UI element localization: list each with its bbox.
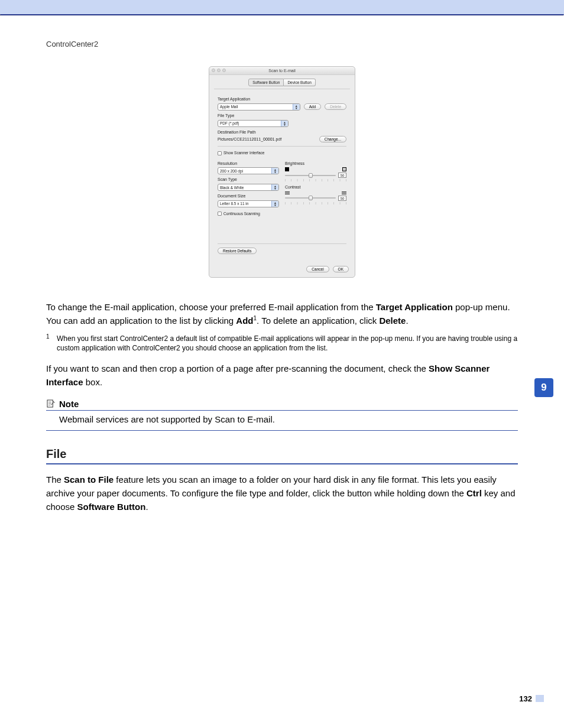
note-icon (46, 399, 56, 408)
tab-device-button[interactable]: Device Button (284, 79, 315, 86)
dest-path-label: Destination File Path (218, 129, 346, 135)
doc-size-value: Letter 8.5 x 11 in (220, 201, 248, 206)
change-button[interactable]: Change... (319, 136, 346, 142)
brightness-label: Brightness (285, 161, 346, 167)
paragraph-2: If you want to scan and then crop a port… (46, 362, 518, 389)
target-app-label: Target Application (218, 96, 346, 102)
brightness-slider[interactable]: 50 (285, 173, 346, 178)
page-number: 132 (519, 694, 532, 703)
top-rule (0, 14, 564, 16)
scan-type-select[interactable]: Black & White ▲▼ (218, 184, 279, 191)
brightness-value: 50 (338, 173, 346, 178)
resolution-select[interactable]: 200 x 200 dpi ▲▼ (218, 167, 279, 174)
target-app-select[interactable]: Apple Mail ▲▼ (218, 103, 300, 110)
file-type-select[interactable]: PDF (*.pdf) ▲▼ (218, 120, 289, 127)
show-scanner-label: Show Scanner Interface (223, 150, 264, 155)
resolution-label: Resolution (218, 161, 279, 167)
contrast-slider[interactable]: 50 (285, 196, 346, 201)
delete-button[interactable]: Delete (325, 103, 346, 110)
chevron-updown-icon: ▲▼ (271, 201, 278, 207)
chevron-updown-icon: ▲▼ (271, 168, 278, 174)
resolution-value: 200 x 200 dpi (220, 168, 243, 174)
page-number-bar (536, 695, 544, 702)
doc-size-label: Document Size (218, 193, 279, 199)
screenshot-container: Scan to E-mail Software Button Device Bu… (46, 66, 518, 278)
chevron-updown-icon: ▲▼ (293, 104, 300, 110)
top-band (0, 0, 564, 14)
contrast-value: 50 (338, 196, 346, 201)
note-label: Note (59, 399, 79, 409)
restore-defaults-button[interactable]: Restore Defaults (218, 248, 257, 254)
dest-path-value: Pictures/CCE21112011_00001.pdf (218, 136, 316, 142)
file-type-label: File Type (218, 113, 346, 119)
window-title: Scan to E-mail (268, 69, 296, 73)
file-heading: File (46, 447, 518, 464)
chevron-updown-icon: ▲▼ (281, 121, 288, 126)
note-body: Webmail services are not supported by Sc… (46, 411, 518, 431)
note-block: Note Webmail services are not supported … (46, 399, 518, 431)
checkbox-icon (218, 212, 222, 216)
scan-type-value: Black & White (220, 185, 244, 190)
contrast-label: Contrast (285, 184, 346, 190)
continuous-checkbox[interactable]: Continuous Scanning (218, 211, 279, 216)
chevron-updown-icon: ▲▼ (271, 184, 278, 190)
doc-size-select[interactable]: Letter 8.5 x 11 in ▲▼ (218, 200, 279, 207)
contrast-low-icon (285, 191, 290, 194)
continuous-label: Continuous Scanning (223, 211, 260, 216)
section-tab: 9 (534, 378, 553, 397)
cancel-button[interactable]: Cancel (306, 266, 329, 272)
tab-software-button[interactable]: Software Button (248, 79, 284, 86)
traffic-lights (212, 69, 226, 72)
footnote-1: 1 When you first start ControlCenter2 a … (46, 334, 518, 354)
mac-dialog: Scan to E-mail Software Button Device Bu… (209, 66, 355, 278)
checkbox-icon (218, 151, 222, 155)
brightness-low-icon (285, 167, 289, 171)
contrast-high-icon (342, 191, 346, 194)
paragraph-3: The Scan to File feature lets you scan a… (46, 473, 518, 514)
mac-titlebar: Scan to E-mail (209, 67, 355, 75)
add-button[interactable]: Add (304, 103, 322, 110)
target-app-value: Apple Mail (220, 104, 238, 109)
brightness-high-icon (342, 167, 346, 171)
show-scanner-checkbox[interactable]: Show Scanner Interface (218, 150, 346, 155)
file-type-value: PDF (*.pdf) (220, 121, 239, 126)
ok-button[interactable]: OK (333, 266, 349, 272)
scan-type-label: Scan Type (218, 177, 279, 183)
paragraph-1: To change the E-mail application, choose… (46, 300, 518, 328)
page-header: ControlCenter2 (46, 40, 518, 48)
